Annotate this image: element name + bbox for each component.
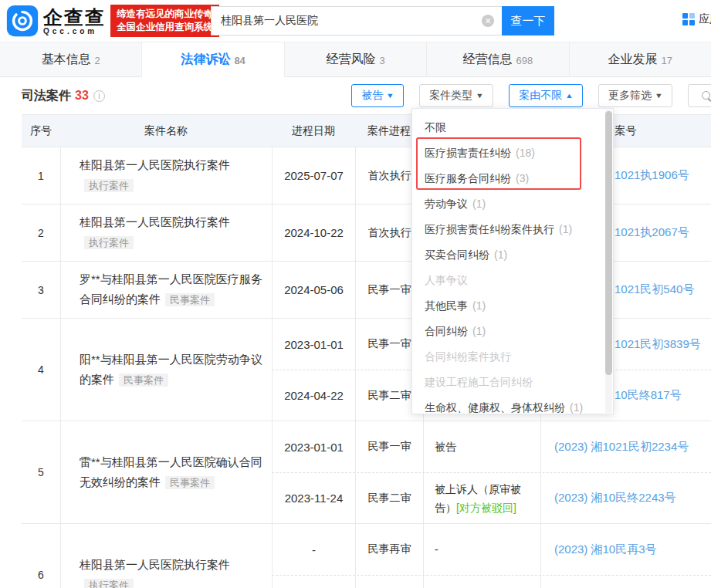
tab-label: 基本信息 [42, 52, 91, 68]
case-number-link[interactable]: (2023) 湘1021执1520号 [540, 576, 711, 588]
tab-经营信息[interactable]: 经营信息698 [427, 42, 569, 76]
filter-search-button[interactable] [688, 84, 711, 107]
tab-count: 2 [95, 55, 100, 66]
menu-item-label: 其他民事 [425, 299, 468, 312]
company-search-input[interactable] [211, 6, 502, 35]
tab-label: 经营风险 [326, 52, 375, 68]
slogan-line-2: 全国企业信用查询系统 [117, 21, 213, 34]
menu-item-label: 医疗服务合同纠纷 [425, 172, 511, 184]
row-index: 2 [22, 204, 60, 261]
menu-item-建设工程施工合同纠纷: 建设工程施工合同纠纷 [412, 370, 613, 395]
case-reason-dropdown: 不限医疗损害责任纠纷(18)医疗服务合同纠纷(3)劳动争议(1)医疗损害责任纠纷… [411, 108, 614, 414]
menu-item-count: (1) [570, 401, 583, 414]
case-type-tag: 执行案件 [84, 579, 134, 588]
menu-item-买卖合同纠纷[interactable]: 买卖合同纠纷(1) [412, 242, 613, 268]
menu-item-医疗服务合同纠纷[interactable]: 医疗服务合同纠纷(3) [412, 166, 613, 191]
menu-item-合同纠纷[interactable]: 合同纠纷(1) [412, 319, 613, 344]
proc-date: 2024-10-22 [272, 204, 355, 261]
section-count: 33 [75, 89, 89, 103]
filter-buttons: 被告▼案件类型▼案由不限▲更多筛选▼ [351, 84, 711, 107]
filter-button-案由不限[interactable]: 案由不限▲ [509, 84, 583, 107]
filter-button-被告[interactable]: 被告▼ [351, 84, 404, 107]
proc-date: 2023-08-02 [272, 576, 355, 588]
menu-item-label: 建设工程施工合同纠纷 [425, 376, 533, 388]
apps-label: 应用 [699, 12, 711, 26]
section-title: 司法案件 [22, 88, 71, 104]
slogan-badge: 缔造有远见的商业传奇 全国企业信用查询系统 [110, 5, 219, 37]
qcc-logo-icon [6, 5, 39, 37]
apps-menu[interactable]: 应用 [682, 12, 711, 26]
case-proc-row: 2023-01-01民事一审被告(2023) 湘1021民初2234号 [272, 421, 711, 472]
filter-button-label: 被告 [361, 89, 383, 103]
search-button[interactable]: 查一下 [502, 6, 554, 35]
tab-企业发展[interactable]: 企业发展17 [570, 42, 711, 76]
filter-button-label: 更多筛选 [608, 89, 652, 103]
menu-item-label: 医疗损害责任纠纷案件执行 [425, 223, 554, 235]
case-number-link[interactable]: (2023) 湘10民终2243号 [540, 473, 711, 523]
proc-date: 2024-04-22 [272, 370, 355, 421]
menu-item-劳动争议[interactable]: 劳动争议(1) [412, 191, 613, 217]
filter-button-案件类型[interactable]: 案件类型▼ [419, 84, 493, 107]
case-name[interactable]: 桂阳县第一人民医院执行案件 [80, 558, 230, 571]
tab-label: 法律诉讼 [181, 52, 230, 68]
dropdown-scrollbar-thumb[interactable] [605, 111, 612, 375]
case-type-tag: 民事案件 [165, 476, 215, 489]
tab-count: 698 [516, 55, 533, 66]
case-number-link[interactable]: (2023) 湘1021民初2234号 [540, 421, 711, 472]
slogan-line-1: 缔造有远见的商业传奇 [117, 8, 213, 21]
proc-stage: 民事二审 [355, 473, 423, 523]
case-name[interactable]: 桂阳县第一人民医院执行案件 [80, 215, 230, 228]
menu-item-label: 生命权、健康权、身体权纠纷 [425, 401, 565, 414]
tab-count: 84 [234, 55, 245, 66]
menu-item-label: 不限 [425, 121, 446, 133]
menu-item-医疗损害责任纠纷[interactable]: 医疗损害责任纠纷(18) [412, 140, 613, 166]
case-name-cell: 桂阳县第一人民医院执行案件执行案件 [60, 147, 272, 204]
col-header-index: 序号 [22, 115, 60, 147]
qcc-logo[interactable]: 企查查 Qcc.com [6, 5, 106, 37]
menu-item-人事争议: 人事争议 [412, 268, 613, 293]
case-type-tag: 民事案件 [165, 293, 215, 306]
proc-role: 被执行人 [423, 576, 540, 588]
chevron-down-icon: ▼ [386, 92, 394, 100]
menu-item-其他民事[interactable]: 其他民事(1) [412, 293, 613, 319]
top-header: 企查查 Qcc.com 缔造有远见的商业传奇 全国企业信用查询系统 ✕ 查一下 … [0, 0, 711, 42]
dropdown-scrollbar[interactable] [605, 110, 612, 413]
menu-item-不限[interactable]: 不限 [412, 115, 613, 140]
filter-button-label: 案件类型 [429, 89, 472, 103]
case-number-link[interactable]: (2023) 湘10民再3号 [540, 524, 711, 575]
case-type-tag: 执行案件 [84, 236, 134, 249]
apps-grid-icon [682, 13, 695, 25]
case-name-cell: 罗**与桂阳县第一人民医院医疗服务合同纠纷的案件民事案件 [60, 262, 272, 318]
filter-button-更多筛选[interactable]: 更多筛选▼ [598, 84, 672, 107]
proc-role: - [423, 524, 540, 575]
proc-role: 被上诉人（原审被告）[对方被驳回] [423, 473, 540, 523]
table-row: 5雷**与桂阳县第一人民医院确认合同无效纠纷的案件民事案件2023-01-01民… [22, 421, 711, 524]
case-proc-row: 2023-08-02首次执行被执行人(2023) 湘1021执1520号 [272, 575, 711, 588]
tab-法律诉讼[interactable]: 法律诉讼84 [142, 42, 284, 77]
menu-item-count: (1) [559, 223, 572, 235]
menu-item-生命权、健康权、身体权纠纷[interactable]: 生命权、健康权、身体权纠纷(1) [412, 395, 613, 414]
col-header-name: 案件名称 [60, 115, 272, 147]
case-name[interactable]: 阳**与桂阳县第一人民医院劳动争议的案件 [80, 353, 262, 386]
tab-经营风险[interactable]: 经营风险3 [285, 42, 427, 76]
menu-item-label: 合同纠纷案件执行 [425, 350, 511, 363]
chevron-down-icon: ▼ [655, 92, 663, 100]
proc-stage: 民事再审 [355, 524, 423, 575]
menu-item-label: 医疗损害责任纠纷 [425, 147, 511, 159]
tab-基本信息[interactable]: 基本信息2 [0, 42, 142, 76]
proc-role: 被告 [423, 421, 540, 472]
menu-item-医疗损害责任纠纷案件执行[interactable]: 医疗损害责任纠纷案件执行(1) [412, 217, 613, 242]
tab-label: 企业发展 [608, 52, 658, 68]
proc-role-note: [对方被驳回] [456, 502, 516, 514]
menu-item-label: 人事争议 [425, 274, 468, 286]
row-index: 6 [22, 524, 60, 588]
clear-search-icon[interactable]: ✕ [482, 15, 494, 27]
info-icon[interactable]: i [93, 90, 105, 102]
row-index: 5 [22, 421, 60, 523]
col-header-date: 进程日期 [272, 115, 355, 147]
case-name[interactable]: 桂阳县第一人民医院执行案件 [80, 158, 230, 171]
case-name-cell: 桂阳县第一人民医院执行案件执行案件 [60, 204, 272, 261]
row-index: 3 [22, 262, 60, 318]
tab-count: 3 [379, 55, 384, 66]
menu-item-label: 劳动争议 [425, 198, 468, 210]
